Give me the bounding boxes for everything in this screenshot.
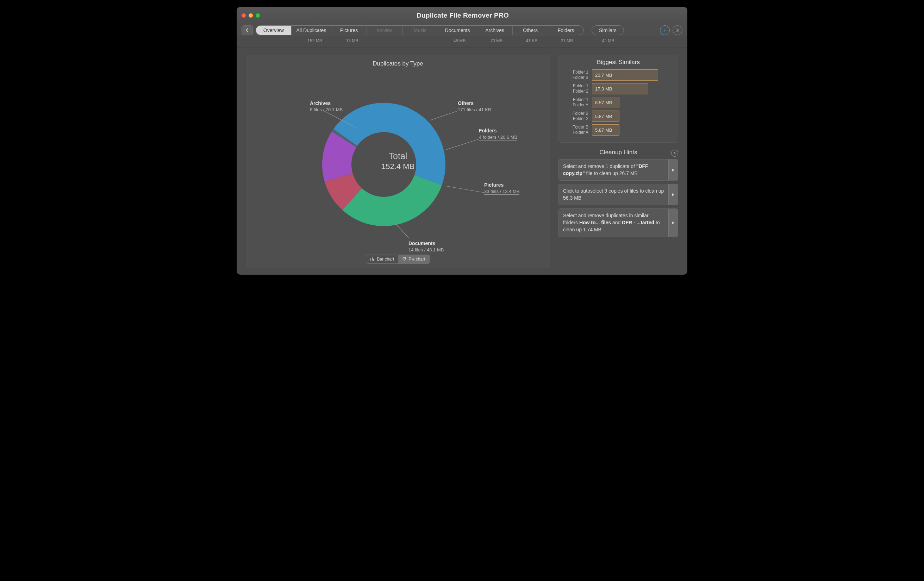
similar-folders: Folder 1Folder 2: [564, 83, 588, 94]
tab-music[interactable]: Music: [403, 26, 438, 35]
play-icon: [668, 160, 678, 180]
tab-pictures[interactable]: Pictures: [332, 26, 367, 35]
chart-panel: Duplicates by Type Total 152.4 MB Archiv…: [246, 55, 550, 268]
similar-row[interactable]: Folder 1Folder A6.57 MB: [564, 97, 673, 108]
similar-size-bar: 20.7 MB: [592, 69, 658, 81]
tab-size: 42 MB: [589, 38, 627, 43]
tab-overview[interactable]: Overview: [256, 26, 292, 35]
back-button[interactable]: [242, 25, 253, 35]
tab-archives[interactable]: Archives: [477, 26, 513, 35]
tab-label: Pictures: [340, 28, 358, 33]
similar-row[interactable]: Folder 1Folder 217.3 MB: [564, 83, 673, 94]
tab-size: 70 MB: [479, 38, 514, 43]
similar-row[interactable]: Folder BFolder A5.87 MB: [564, 124, 673, 135]
info-icon[interactable]: [660, 25, 670, 35]
svg-point-0: [665, 29, 665, 30]
pie-chart-toggle[interactable]: Pie chart: [398, 255, 429, 263]
window-title: Duplicate File Remover PRO: [260, 12, 665, 19]
content-area: Duplicates by Type Total 152.4 MB Archiv…: [237, 48, 687, 275]
toggle-label: Bar chart: [377, 257, 394, 262]
tab-size: 48 MB: [440, 38, 479, 43]
zoom-window-button[interactable]: [256, 13, 260, 18]
svg-rect-1: [665, 30, 665, 32]
toolbar: OverviewAll DuplicatesPicturesMoviesMusi…: [237, 24, 687, 37]
tab-others[interactable]: Others: [513, 26, 548, 35]
cleanup-hints-section: Cleanup Hints Select and remove 1 duplic…: [558, 149, 678, 240]
tab-label: Overview: [263, 28, 284, 33]
tab-size: 41 KB: [514, 38, 549, 43]
card-title: Biggest Similars: [564, 59, 673, 66]
tab-label: Others: [523, 28, 538, 33]
play-icon: [668, 209, 678, 237]
play-icon: [668, 184, 678, 205]
chart-type-toggle: Bar chart Pie chart: [366, 254, 430, 264]
pie-chart-icon: [403, 257, 406, 262]
tab-label: Archives: [485, 28, 504, 33]
tab-label: Documents: [445, 28, 470, 33]
svg-point-2: [676, 31, 677, 32]
tab-size: 152 MB: [295, 38, 335, 43]
card-title: Cleanup Hints: [600, 149, 637, 156]
tab-folders[interactable]: Folders: [548, 26, 584, 35]
similar-folders: Folder 1Folder A: [564, 97, 588, 108]
tab-similars[interactable]: Similars: [592, 25, 624, 35]
hint-text: Select and remove duplicates in similar …: [559, 209, 668, 237]
tab-label: Music: [414, 28, 427, 33]
toggle-label: Pie chart: [409, 257, 425, 262]
tab-size: [260, 38, 295, 43]
tab-movies[interactable]: Movies: [367, 26, 403, 35]
tab-documents[interactable]: Documents: [438, 26, 477, 35]
tab-size: [370, 38, 405, 43]
chevron-right-icon[interactable]: [671, 150, 678, 157]
titlebar: Duplicate File Remover PRO: [237, 7, 687, 24]
bar-chart-icon: [370, 257, 375, 262]
similar-folders: Folder BFolder 2: [564, 111, 588, 122]
chart-title: Duplicates by Type: [246, 60, 550, 67]
side-panel: Biggest Similars Folder 1Folder B20.7 MB…: [558, 55, 678, 268]
similar-size-bar: 6.57 MB: [592, 97, 619, 108]
similar-size-bar: 5.87 MB: [592, 111, 619, 122]
chart-area: Total 152.4 MB Archives8 files / 70.1 MB…: [246, 67, 550, 254]
rss-icon[interactable]: [673, 25, 682, 35]
tab-all-duplicates[interactable]: All Duplicates: [292, 26, 332, 35]
biggest-similars-card: Biggest Similars Folder 1Folder B20.7 MB…: [558, 55, 678, 143]
tab-size: 13 MB: [335, 38, 370, 43]
minimize-window-button[interactable]: [249, 13, 253, 18]
tab-label: Similars: [599, 28, 617, 33]
svg-rect-3: [370, 259, 371, 261]
hint-text: Click to autoselect 9 copies of files to…: [559, 184, 668, 205]
similar-folders: Folder 1Folder B: [564, 70, 588, 80]
app-window: Duplicate File Remover PRO OverviewAll D…: [237, 7, 687, 275]
similar-folders: Folder BFolder A: [564, 125, 588, 135]
category-tabs: OverviewAll DuplicatesPicturesMoviesMusi…: [256, 25, 584, 35]
close-window-button[interactable]: [242, 13, 246, 18]
similar-size-bar: 5.87 MB: [592, 124, 619, 135]
traffic-lights: [242, 13, 260, 18]
cleanup-hint[interactable]: Select and remove duplicates in similar …: [558, 208, 678, 237]
similar-row[interactable]: Folder 1Folder B20.7 MB: [564, 69, 673, 81]
slice-label-documents: Documents14 files / 48.1 MB: [409, 241, 444, 253]
similar-row[interactable]: Folder BFolder 25.87 MB: [564, 111, 673, 122]
tab-size: [405, 38, 440, 43]
tab-sizes-row: 152 MB13 MB48 MB70 MB41 KB21 MB42 MB: [237, 37, 687, 48]
svg-rect-4: [372, 257, 373, 261]
tab-size: 21 MB: [549, 38, 584, 43]
similar-size-bar: 17.3 MB: [592, 83, 648, 94]
bar-chart-toggle[interactable]: Bar chart: [366, 255, 398, 263]
tab-label: Folders: [558, 28, 574, 33]
cleanup-hint[interactable]: Click to autoselect 9 copies of files to…: [558, 184, 678, 205]
hint-text: Select and remove 1 duplicate of "DFF co…: [559, 160, 668, 180]
svg-rect-5: [373, 259, 374, 261]
cleanup-hint[interactable]: Select and remove 1 duplicate of "DFF co…: [558, 159, 678, 181]
tab-label: All Duplicates: [297, 28, 327, 33]
tab-label: Movies: [377, 28, 392, 33]
